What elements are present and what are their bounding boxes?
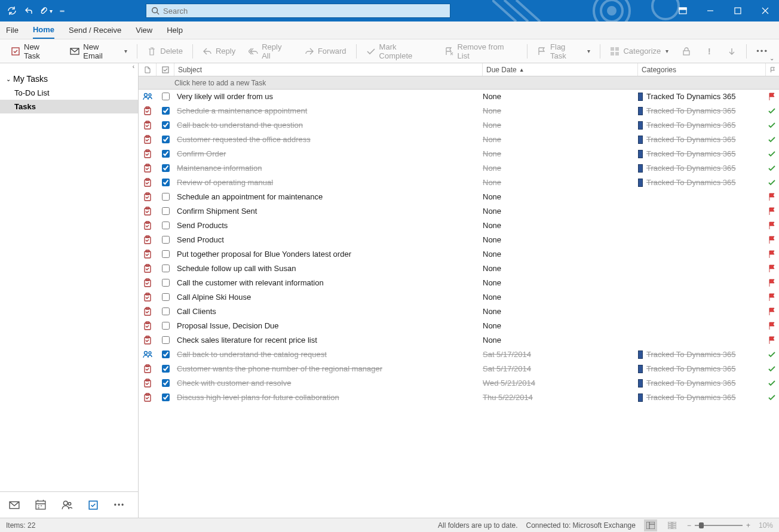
task-complete-checkbox[interactable] — [157, 379, 174, 387]
flag-icon[interactable] — [765, 236, 779, 244]
zoom-slider[interactable]: − + — [687, 521, 750, 530]
task-complete-checkbox[interactable] — [157, 207, 174, 215]
task-complete-checkbox[interactable] — [157, 136, 174, 143]
task-row[interactable]: Maintenance informationNoneTracked To Dy… — [139, 161, 779, 176]
flag-icon[interactable] — [765, 279, 779, 287]
complete-check-icon[interactable] — [765, 107, 779, 115]
sync-icon[interactable] — [5, 4, 19, 18]
task-complete-checkbox[interactable] — [157, 336, 174, 344]
task-row[interactable]: Call ClientsNone — [139, 305, 779, 319]
menu-view[interactable]: View — [136, 21, 152, 39]
ribbon-collapse-icon[interactable]: ⌄ — [769, 55, 774, 61]
complete-check-icon[interactable] — [765, 121, 779, 130]
complete-check-icon[interactable] — [765, 379, 779, 388]
close-button[interactable] — [752, 0, 779, 21]
task-complete-checkbox[interactable] — [157, 307, 174, 315]
task-row[interactable]: Customer wants the phone number of the r… — [139, 362, 779, 376]
task-complete-checkbox[interactable] — [157, 222, 174, 229]
task-row[interactable]: Check with customer and resolveWed 5/21/… — [139, 376, 779, 390]
flag-icon[interactable] — [765, 207, 779, 216]
flag-icon[interactable] — [765, 293, 779, 302]
task-row[interactable]: Call back to understand the catalog requ… — [139, 348, 779, 362]
flag-icon[interactable] — [765, 265, 779, 273]
task-row[interactable]: Customer requested the office addressNon… — [139, 133, 779, 147]
column-type-icon[interactable] — [139, 63, 157, 76]
forward-button[interactable]: Forward — [299, 42, 352, 61]
task-row[interactable]: Proposal Issue, Decision DueNone — [139, 319, 779, 333]
nav-item-tasks[interactable]: Tasks — [0, 100, 138, 113]
task-complete-checkbox[interactable] — [157, 393, 174, 401]
task-row[interactable]: Discuss high level plans for future coll… — [139, 390, 779, 405]
view-reading-icon[interactable] — [665, 519, 679, 531]
task-complete-checkbox[interactable] — [157, 265, 174, 272]
new-task-input[interactable]: Click here to add a new Task — [174, 79, 483, 87]
task-row[interactable]: Check sales literature for recent price … — [139, 333, 779, 348]
complete-check-icon[interactable] — [765, 164, 779, 173]
delete-button[interactable]: Delete — [141, 42, 189, 61]
column-categories[interactable]: Categories — [638, 63, 766, 76]
task-row[interactable]: Put together proposal for Blue Yonders l… — [139, 247, 779, 262]
complete-check-icon[interactable] — [765, 365, 779, 373]
complete-check-icon[interactable] — [765, 136, 779, 144]
column-filter-icon[interactable] — [766, 63, 779, 76]
mail-nav-icon[interactable] — [8, 499, 20, 511]
task-complete-checkbox[interactable] — [157, 322, 174, 330]
flag-icon[interactable] — [765, 322, 779, 330]
task-complete-checkbox[interactable] — [157, 250, 174, 258]
zoom-thumb[interactable] — [699, 522, 704, 528]
complete-check-icon[interactable] — [765, 393, 779, 402]
task-complete-checkbox[interactable] — [157, 179, 174, 186]
mark-complete-button[interactable]: Mark Complete — [360, 42, 437, 61]
people-nav-icon[interactable] — [61, 499, 73, 511]
task-complete-checkbox[interactable] — [157, 93, 174, 100]
search-input[interactable] — [163, 7, 445, 16]
flag-task-button[interactable]: Flag Task▾ — [531, 42, 596, 61]
column-due-date[interactable]: Due Date▲ — [483, 63, 638, 76]
flag-icon[interactable] — [765, 93, 779, 101]
column-subject[interactable]: Subject — [174, 63, 483, 76]
nav-item-to-do-list[interactable]: To-Do List — [0, 86, 138, 100]
view-normal-icon[interactable] — [644, 519, 657, 531]
ribbon-display-options-icon[interactable] — [669, 0, 697, 21]
zoom-track[interactable] — [695, 525, 743, 526]
high-importance-button[interactable]: ! — [698, 42, 720, 61]
task-row[interactable]: Very likely will order from usNoneTracke… — [139, 90, 779, 104]
nav-my-tasks-header[interactable]: ⌄My Tasks — [0, 72, 138, 86]
attachment-dropdown-icon[interactable]: ▾ — [38, 4, 53, 18]
new-task-row[interactable]: Click here to add a new Task — [139, 76, 779, 90]
reply-button[interactable]: Reply — [197, 42, 241, 61]
zoom-in-icon[interactable]: + — [746, 521, 750, 530]
task-complete-checkbox[interactable] — [157, 236, 174, 244]
task-list[interactable]: Very likely will order from usNoneTracke… — [139, 90, 779, 518]
zoom-out-icon[interactable]: − — [687, 521, 691, 530]
reply-all-button[interactable]: Reply All — [243, 42, 298, 61]
task-complete-checkbox[interactable] — [157, 293, 174, 301]
low-importance-button[interactable] — [721, 42, 743, 61]
task-row[interactable]: Call Alpine Ski HouseNone — [139, 290, 779, 305]
tasks-nav-icon[interactable] — [87, 499, 99, 511]
flag-icon[interactable] — [765, 193, 779, 201]
task-complete-checkbox[interactable] — [157, 350, 174, 358]
task-complete-checkbox[interactable] — [157, 121, 174, 129]
task-row[interactable]: Schedule a maintenance appointmentNoneTr… — [139, 104, 779, 118]
task-row[interactable]: Review of operating manualNoneTracked To… — [139, 176, 779, 190]
menu-home[interactable]: Home — [33, 21, 54, 39]
task-row[interactable]: Schedule an appointment for maintenanceN… — [139, 190, 779, 204]
column-complete-icon[interactable] — [157, 63, 174, 76]
remove-from-list-button[interactable]: Remove from List — [438, 42, 524, 61]
task-complete-checkbox[interactable] — [157, 193, 174, 201]
task-complete-checkbox[interactable] — [157, 279, 174, 287]
task-complete-checkbox[interactable] — [157, 365, 174, 373]
task-row[interactable]: Schedule follow up call with SusanNone — [139, 262, 779, 276]
task-row[interactable]: Call back to understand the questionNone… — [139, 118, 779, 133]
calendar-nav-icon[interactable] — [35, 499, 47, 511]
task-row[interactable]: Call the customer with relevant informat… — [139, 276, 779, 290]
menu-send-receive[interactable]: Send / Receive — [69, 21, 121, 39]
search-box[interactable] — [146, 4, 450, 18]
private-button[interactable] — [676, 42, 697, 61]
menu-help[interactable]: Help — [167, 21, 183, 39]
qat-customize-icon[interactable]: ═ — [55, 4, 69, 18]
task-complete-checkbox[interactable] — [157, 150, 174, 158]
minimize-button[interactable] — [697, 0, 724, 21]
flag-icon[interactable] — [765, 250, 779, 259]
